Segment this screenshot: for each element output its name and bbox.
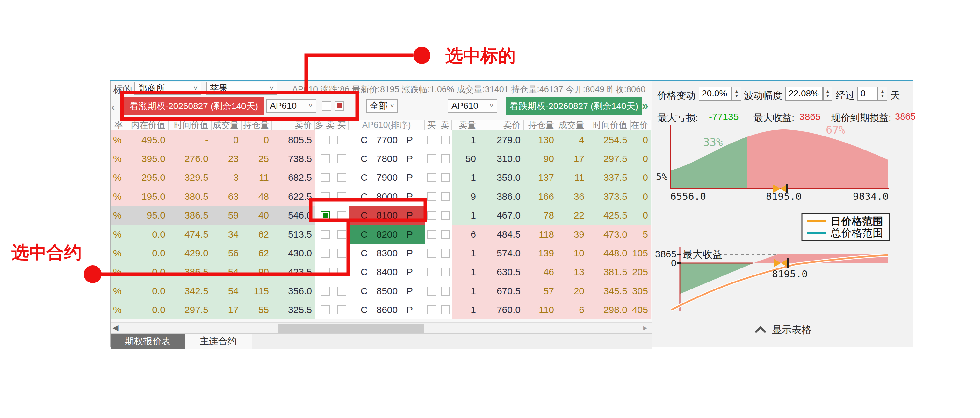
option-row[interactable]: %0.0386.55490423.5C8400P1630.54613381.52… [111,263,651,282]
call-banner[interactable]: 看涨期权-20260827 (剩余140天) [123,97,264,115]
checkbox[interactable] [337,230,346,239]
checkbox[interactable] [337,192,346,201]
checkbox[interactable] [427,211,436,220]
checkbox[interactable] [321,154,330,163]
option-row[interactable]: %0.0342.554115356.0C8500P1670.55720345.5… [111,282,651,300]
strike-cell[interactable]: C8300P [348,244,425,263]
column-header[interactable]: 卖 [438,120,452,130]
elapsed-stepper[interactable]: ▲▼ [878,87,887,101]
exchange-select[interactable]: 郑商所 ˅ [134,82,201,95]
horizontal-scrollbar[interactable]: ◀ ▸ [111,322,652,333]
column-header[interactable]: 买 [335,120,348,130]
column-header[interactable]: AP610(排序) [348,120,425,130]
checkbox[interactable] [427,173,436,182]
volatility-stepper[interactable]: ▲▼ [823,87,832,101]
banner-checkbox-empty[interactable] [322,101,331,111]
checkbox[interactable] [427,268,436,276]
checkbox[interactable] [337,211,346,220]
checkbox-checked[interactable] [321,211,330,220]
checkbox[interactable] [427,230,436,239]
checkbox[interactable] [427,249,436,258]
checkbox[interactable] [321,192,330,201]
option-row[interactable]: %0.0429.05662430.0C8300P1574.013910448.0… [111,244,651,263]
checkbox[interactable] [427,192,436,201]
checkbox[interactable] [321,136,330,144]
checkbox[interactable] [427,154,436,163]
checkbox[interactable] [321,249,330,258]
price-change-stepper[interactable]: ▲▼ [732,87,741,101]
product-select[interactable]: 苹果 ˅ [206,82,277,95]
column-header[interactable]: 内在价 [630,120,651,130]
checkbox[interactable] [337,136,346,144]
scrollbar-thumb[interactable] [278,324,424,333]
call-contract-select[interactable]: AP610 ˅ [266,99,317,112]
column-header[interactable]: 持仓量 [242,120,272,130]
option-row[interactable]: %95.0386.55940546.0C8100P1467.07822425.5… [111,206,651,225]
checkbox[interactable] [321,173,330,182]
strike-cell[interactable]: C7800P [348,149,425,168]
down-arrow-icon[interactable]: ▼ [881,93,885,98]
put-banner[interactable]: 看跌期权-20260827 (剩余140天) [506,97,642,115]
strike-cell[interactable]: C8500P [348,282,425,300]
checkbox[interactable] [337,268,346,276]
price-change-input[interactable]: 20.0% [699,87,732,101]
strike-cell[interactable]: C8600P [348,301,425,319]
elapsed-input[interactable]: 0 [858,87,878,101]
column-header[interactable]: 成交量 [212,120,242,130]
range-select[interactable]: 全部 ˅ [366,99,398,112]
column-header[interactable]: 多 卖 [315,120,335,130]
strike-cell[interactable]: C8200P [348,225,425,244]
show-table-toggle[interactable]: 显示表格 [652,322,913,338]
column-header[interactable]: 卖价 [479,120,524,130]
chevron-right-double-icon[interactable]: » [642,99,648,112]
up-arrow-icon[interactable]: ▲ [881,89,885,93]
checkbox[interactable] [427,136,436,144]
strike-cell[interactable]: C8100P [348,206,425,225]
banner-checkbox-filled[interactable] [334,101,344,111]
strike-cell[interactable]: C7900P [348,168,425,187]
option-row[interactable]: %0.0297.51755325.5C8600P1760.01106298.04… [111,301,651,319]
checkbox[interactable] [441,268,450,276]
column-header[interactable]: 内在价值 [126,120,169,130]
checkbox[interactable] [441,211,450,220]
checkbox[interactable] [427,306,436,314]
checkbox[interactable] [321,306,330,314]
down-arrow-icon[interactable]: ▼ [826,93,830,98]
checkbox[interactable] [441,154,450,163]
scroll-left-icon[interactable]: ◀ [113,323,118,332]
column-header[interactable]: 卖价 [272,120,315,130]
option-row[interactable]: %0.0474.53462513.5C8200P6484.511839473.0… [111,225,651,244]
checkbox[interactable] [441,136,450,144]
checkbox[interactable] [441,173,450,182]
checkbox[interactable] [441,306,450,314]
column-header[interactable]: 买 [425,120,438,130]
checkbox[interactable] [337,306,346,314]
down-arrow-icon[interactable]: ▼ [735,93,739,98]
checkbox[interactable] [321,268,330,276]
up-arrow-icon[interactable]: ▲ [826,89,830,93]
column-header[interactable]: 率 [111,120,126,130]
option-row[interactable]: %395.0276.02325738.5C7800P50310.09017297… [111,149,651,168]
checkbox[interactable] [441,230,450,239]
put-contract-select[interactable]: AP610 ˅ [448,99,497,112]
tab-option-quote-table[interactable]: 期权报价表 [111,334,185,349]
strike-cell[interactable]: C7700P [348,130,425,149]
column-header[interactable]: 时间价值 [587,120,630,130]
checkbox[interactable] [321,287,330,296]
column-header[interactable]: 持仓量 [524,120,557,130]
scroll-right-icon[interactable]: ▸ [643,323,647,332]
checkbox[interactable] [337,154,346,163]
checkbox[interactable] [337,287,346,296]
column-header[interactable]: 成交量 [557,120,587,130]
up-arrow-icon[interactable]: ▲ [735,89,739,93]
checkbox[interactable] [441,249,450,258]
option-row[interactable]: %295.0329.5311682.5C7900P1359.013711337.… [111,168,651,187]
checkbox[interactable] [337,249,346,258]
checkbox[interactable] [441,192,450,201]
checkbox[interactable] [321,230,330,239]
checkbox[interactable] [441,287,450,296]
chevron-left-icon[interactable]: ‹ [111,101,115,113]
volatility-input[interactable]: 22.08% [785,87,823,101]
strike-cell[interactable]: C8400P [348,263,425,282]
checkbox[interactable] [427,287,436,296]
